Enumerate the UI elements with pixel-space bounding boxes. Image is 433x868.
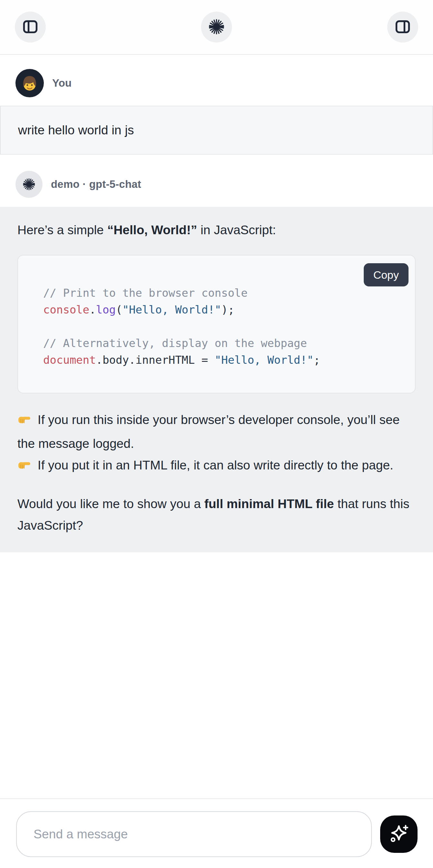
message-input[interactable] — [33, 827, 354, 841]
tip-line: If you put it in an HTML file, it can al… — [18, 454, 415, 478]
tip-line: If you run this inside your browser’s de… — [18, 409, 415, 454]
chat-scroll-area[interactable]: You write hello world in js — [0, 55, 433, 798]
sidebar-toggle-button[interactable] — [15, 11, 46, 42]
assistant-intro-text: Here’s a simple “Hello, World!” in JavaS… — [18, 219, 415, 241]
starburst-icon — [22, 177, 36, 191]
composer-bar — [0, 798, 433, 868]
user-message-bubble: write hello world in js — [0, 106, 433, 155]
text-run: in JavaScript: — [197, 223, 276, 237]
message-input-wrapper — [16, 811, 372, 857]
assistant-tips-text: If you run this inside your browser’s de… — [18, 409, 415, 478]
person-emoji — [19, 73, 40, 93]
starburst-icon — [208, 18, 225, 37]
code-line: console.log("Hello, World!"); — [43, 301, 390, 318]
user-message-header: You — [0, 55, 433, 106]
model-home-button[interactable] — [201, 11, 232, 42]
right-panel-toggle-button[interactable] — [387, 11, 418, 42]
user-message: You write hello world in js — [0, 55, 433, 155]
panel-right-icon — [394, 19, 411, 36]
assistant-message: demo · gpt-5-chat Here’s a simple “Hello… — [0, 155, 433, 552]
assistant-sender-label: demo · gpt-5-chat — [51, 178, 141, 190]
code-block: Copy // Print to the browser consolecons… — [18, 255, 415, 394]
assistant-message-header: demo · gpt-5-chat — [0, 155, 433, 207]
pointing-right-emoji — [18, 457, 31, 478]
assistant-avatar — [16, 171, 42, 198]
copy-button[interactable]: Copy — [364, 263, 408, 286]
bold-text: full minimal HTML file — [204, 497, 334, 511]
top-bar — [0, 0, 433, 55]
text-run: If you run this inside your browser’s de… — [18, 413, 400, 451]
user-avatar — [16, 69, 44, 97]
text-run: Would you like me to show you a — [18, 497, 204, 511]
text-run: If you put it in an HTML file, it can al… — [34, 458, 393, 472]
code-line: // Print to the browser console — [43, 284, 390, 301]
bold-text: “Hello, World!” — [107, 223, 197, 237]
assistant-question-text: Would you like me to show you a full min… — [18, 493, 415, 536]
code-line: document.body.innerHTML = "Hello, World!… — [43, 351, 390, 368]
user-sender-label: You — [52, 77, 71, 89]
panel-left-icon — [22, 19, 39, 36]
text-run: Here’s a simple — [18, 223, 107, 237]
code-line — [43, 318, 390, 335]
sparkle-plus-icon — [387, 822, 410, 846]
pointing-right-emoji — [18, 411, 31, 433]
code-line: // Alternatively, display on the webpage — [43, 335, 390, 351]
send-button[interactable] — [380, 815, 417, 853]
user-message-text: write hello world in js — [18, 122, 415, 138]
assistant-message-body: Here’s a simple “Hello, World!” in JavaS… — [0, 207, 433, 552]
code-content: // Print to the browser consoleconsole.l… — [43, 284, 390, 368]
